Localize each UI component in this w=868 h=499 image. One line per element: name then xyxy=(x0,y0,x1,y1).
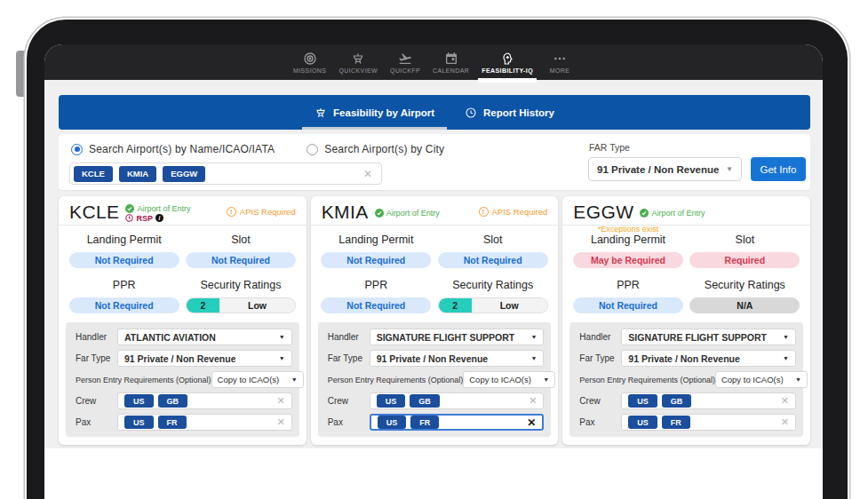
pax-input[interactable]: USFR✕ xyxy=(621,414,796,431)
get-info-button[interactable]: Get Info xyxy=(751,157,806,181)
airport-code: KCLE xyxy=(69,202,119,225)
section-tabs: Feasibility by Airport Report History xyxy=(59,95,810,130)
far-type-label: Far Type xyxy=(577,353,621,363)
apis-required-label: APIS Required xyxy=(240,207,296,217)
person-entry-label: Person Entry Requirements (Optional) xyxy=(73,376,211,384)
far-type-select[interactable]: 91 Private / Non Revenue ▼ xyxy=(588,157,742,181)
nav-label: FEASIBILITY-IQ xyxy=(482,67,533,74)
airport-cards: KCLE Airport of Entry RSP i ! APIS Requi… xyxy=(59,196,810,445)
country-chip[interactable]: US xyxy=(124,416,154,429)
pax-input[interactable]: USFR✕ xyxy=(370,414,545,431)
ppr-label: PPR xyxy=(318,279,434,291)
far-type-value: 91 Private / Non Revenue xyxy=(124,353,235,364)
radio-search-by-name[interactable]: Search Airport(s) by Name/ICAO/IATA xyxy=(71,143,275,155)
radio-selected-icon xyxy=(71,144,83,155)
clock-icon xyxy=(125,214,133,222)
security-score: 2 xyxy=(439,298,472,313)
far-type-select[interactable]: 91 Private / Non Revenue ▼ xyxy=(621,350,796,367)
nav-item-feasibility-iq[interactable]: FEASIBILITY-IQ xyxy=(476,44,538,80)
nav-item-more[interactable]: MORE xyxy=(540,44,579,80)
history-icon xyxy=(465,107,477,119)
country-chip[interactable]: US xyxy=(628,394,657,408)
handler-value: SIGNATURE FLIGHT SUPPORT xyxy=(377,332,515,343)
search-panel: Search Airport(s) by Name/ICAO/IATA Sear… xyxy=(59,134,810,190)
country-chip[interactable]: FR xyxy=(410,416,439,429)
tower-icon xyxy=(315,107,327,119)
ppr-status: Not Required xyxy=(573,297,683,313)
airport-card: KCLE Airport of Entry RSP i ! APIS Requi… xyxy=(59,196,307,445)
country-chip[interactable]: GB xyxy=(158,394,188,408)
tab-feasibility-by-airport[interactable]: Feasibility by Airport xyxy=(315,95,434,130)
crew-input[interactable]: USGB✕ xyxy=(117,392,292,409)
tablet-frame: MISSIONS QUICKVIEW QUICKFP CALENDAR FEAS… xyxy=(27,20,848,499)
nav-item-quickview[interactable]: QUICKVIEW xyxy=(333,44,383,80)
ppr-label: PPR xyxy=(569,279,686,291)
alert-circle-icon: ! xyxy=(479,207,489,217)
far-type-select[interactable]: 91 Private / Non Revenue ▼ xyxy=(117,350,292,367)
tab-label: Feasibility by Airport xyxy=(333,107,434,118)
clear-input-icon[interactable]: ✕ xyxy=(276,395,284,407)
security-score: 2 xyxy=(187,298,219,313)
ppr-status: Not Required xyxy=(321,297,431,313)
chevron-down-icon: ▼ xyxy=(527,334,537,340)
nav-label: CALENDAR xyxy=(433,67,469,74)
nav-item-quickfp[interactable]: QUICKFP xyxy=(385,44,426,80)
nav-label: QUICKVIEW xyxy=(338,67,378,74)
airport-of-entry-label: Airport of Entry xyxy=(386,209,440,218)
nav-label: QUICKFP xyxy=(390,67,420,74)
info-icon[interactable]: i xyxy=(155,214,163,222)
country-chip[interactable]: FR xyxy=(662,416,690,429)
crew-label: Crew xyxy=(73,396,117,406)
app-screen: MISSIONS QUICKVIEW QUICKFP CALENDAR FEAS… xyxy=(44,44,823,499)
airport-search-input[interactable]: KCLEKMIAEGGW✕ xyxy=(69,162,382,185)
rsp-label: RSP xyxy=(136,214,153,223)
handler-select[interactable]: ATLANTIC AVIATION ▼ xyxy=(117,329,292,345)
chevron-down-icon: ▼ xyxy=(779,334,789,340)
chevron-down-icon: ▼ xyxy=(275,355,285,361)
landing-permit-label: Landing Permit xyxy=(66,234,182,246)
nav-item-missions[interactable]: MISSIONS xyxy=(288,44,331,80)
security-level: Low xyxy=(219,298,295,313)
clear-input-icon[interactable]: ✕ xyxy=(527,416,536,429)
far-type-label: Far Type xyxy=(73,353,117,363)
country-chip[interactable]: EGGW xyxy=(163,166,205,182)
tab-report-history[interactable]: Report History xyxy=(465,95,554,130)
country-chip[interactable]: US xyxy=(124,394,154,408)
copy-to-icaos-select[interactable]: Copy to ICAO(s) ▼ xyxy=(211,371,304,388)
alert-circle-icon: ! xyxy=(227,207,236,217)
handler-select[interactable]: SIGNATURE FLIGHT SUPPORT ▼ xyxy=(621,329,796,345)
apis-required-badge: ! APIS Required xyxy=(227,207,296,217)
handler-value: SIGNATURE FLIGHT SUPPORT xyxy=(628,332,767,343)
page: MISSIONS QUICKVIEW QUICKFP CALENDAR FEAS… xyxy=(0,0,868,499)
chevron-down-icon: ▼ xyxy=(539,376,549,383)
slot-label: Slot xyxy=(687,234,803,246)
nav-item-calendar[interactable]: CALENDAR xyxy=(427,44,474,80)
crew-input[interactable]: USGB✕ xyxy=(621,392,796,409)
far-type-select[interactable]: 91 Private / Non Revenue ▼ xyxy=(370,350,545,367)
clear-input-icon[interactable]: ✕ xyxy=(529,395,537,407)
country-chip[interactable]: KCLE xyxy=(74,166,113,182)
clear-input-icon[interactable]: ✕ xyxy=(781,416,789,428)
chevron-down-icon: ▼ xyxy=(779,355,789,361)
security-rating: 2 Low xyxy=(438,297,548,313)
country-chip[interactable]: KMIA xyxy=(119,166,156,182)
pax-input[interactable]: USFR✕ xyxy=(117,414,292,431)
country-chip[interactable]: GB xyxy=(410,394,440,408)
copy-to-icaos-select[interactable]: Copy to ICAO(s) ▼ xyxy=(715,371,808,388)
clear-input-icon[interactable]: ✕ xyxy=(276,416,284,428)
handler-select[interactable]: SIGNATURE FLIGHT SUPPORT ▼ xyxy=(370,329,545,345)
clear-input-icon[interactable]: ✕ xyxy=(363,168,372,180)
landing-permit-status: Not Required xyxy=(69,252,179,268)
country-chip[interactable]: US xyxy=(628,416,657,429)
country-chip[interactable]: GB xyxy=(662,394,692,408)
handler-label: Handler xyxy=(325,332,370,342)
copy-to-icaos-select[interactable]: Copy to ICAO(s) ▼ xyxy=(463,371,555,388)
crew-input[interactable]: USGB✕ xyxy=(370,392,545,409)
radio-search-by-city[interactable]: Search Airport(s) by City xyxy=(307,143,444,155)
handler-label: Handler xyxy=(73,332,117,342)
country-chip[interactable]: FR xyxy=(158,416,187,429)
far-type-label: FAR Type xyxy=(589,142,806,153)
country-chip[interactable]: US xyxy=(378,416,407,429)
clear-input-icon[interactable]: ✕ xyxy=(781,395,789,407)
country-chip[interactable]: US xyxy=(377,394,406,408)
